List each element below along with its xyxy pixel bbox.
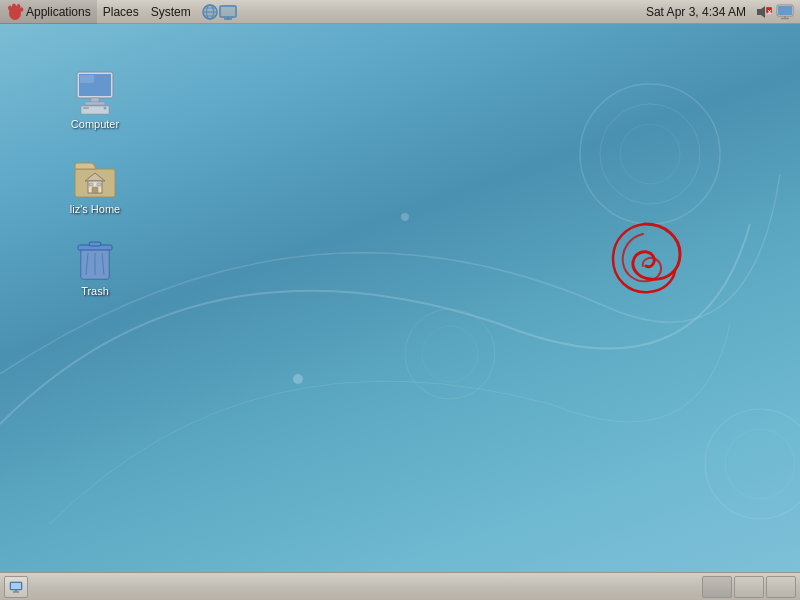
show-desktop-icon <box>9 581 23 593</box>
svg-rect-21 <box>778 6 792 15</box>
system-menu[interactable]: System <box>145 0 197 24</box>
desktop: Computer liz's Home <box>0 24 800 572</box>
svg-rect-52 <box>89 242 101 246</box>
svg-rect-41 <box>83 107 89 109</box>
home-icon[interactable]: liz's Home <box>55 149 135 220</box>
trash-label: Trash <box>81 285 109 298</box>
volume-icon[interactable]: X <box>754 4 772 20</box>
debian-logo <box>605 219 685 309</box>
panel-left: Applications Places System <box>0 0 642 24</box>
svg-point-30 <box>422 326 478 382</box>
svg-point-25 <box>600 104 700 204</box>
svg-text:X: X <box>768 8 772 14</box>
bottom-panel <box>0 572 800 600</box>
workspace-1[interactable] <box>702 576 732 598</box>
system-label: System <box>151 5 191 19</box>
globe-icon <box>201 4 219 20</box>
clock: Sat Apr 3, 4:34 AM <box>642 5 750 19</box>
show-desktop-button[interactable] <box>4 576 28 598</box>
workspace-switcher <box>702 576 796 598</box>
svg-point-3 <box>17 4 21 9</box>
svg-point-1 <box>8 5 12 10</box>
svg-rect-36 <box>91 98 99 102</box>
svg-rect-46 <box>92 187 98 193</box>
computer-icon-svg <box>71 68 119 116</box>
trash-icon-svg <box>71 235 119 283</box>
network-icon <box>219 4 237 20</box>
svg-point-28 <box>725 429 795 499</box>
home-label: liz's Home <box>70 203 120 216</box>
workspace-2[interactable] <box>734 576 764 598</box>
svg-rect-47 <box>89 183 93 186</box>
volume-icon-svg: X <box>754 4 772 20</box>
display-icon[interactable] <box>776 4 794 20</box>
svg-rect-37 <box>85 102 105 105</box>
computer-icon[interactable]: Computer <box>55 64 135 135</box>
computer-label: Computer <box>71 118 119 131</box>
svg-point-27 <box>705 409 800 519</box>
trash-icon[interactable]: Trash <box>55 231 135 302</box>
svg-point-24 <box>580 84 720 224</box>
svg-point-31 <box>401 213 409 221</box>
foot-icon <box>6 3 24 21</box>
panel-right: Sat Apr 3, 4:34 AM X <box>642 4 800 20</box>
svg-rect-57 <box>11 583 21 589</box>
svg-rect-48 <box>97 183 101 186</box>
svg-rect-39 <box>80 75 94 83</box>
applications-menu[interactable]: Applications <box>0 0 97 24</box>
places-label: Places <box>103 5 139 19</box>
applications-label: Applications <box>26 5 91 19</box>
svg-point-2 <box>12 3 16 8</box>
svg-point-32 <box>293 374 303 384</box>
svg-point-42 <box>104 107 107 110</box>
svg-point-10 <box>203 5 217 19</box>
svg-rect-12 <box>220 6 236 17</box>
top-panel: Applications Places System <box>0 0 800 24</box>
network-icon-2[interactable] <box>219 4 237 20</box>
svg-point-4 <box>20 7 24 12</box>
svg-point-29 <box>405 309 495 399</box>
home-icon-svg <box>71 153 119 201</box>
monitor-icon <box>776 4 794 20</box>
workspace-3[interactable] <box>766 576 796 598</box>
svg-point-26 <box>620 124 680 184</box>
svg-marker-15 <box>757 6 765 18</box>
network-icon-1[interactable] <box>201 4 219 20</box>
places-menu[interactable]: Places <box>97 0 145 24</box>
